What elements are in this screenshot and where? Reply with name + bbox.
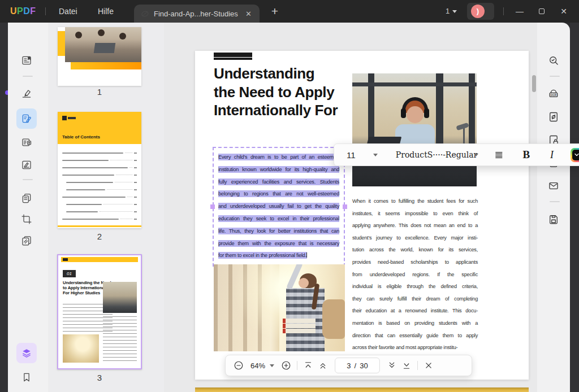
thumb2-toc-title: Table of Contents <box>62 134 100 140</box>
crop-button[interactable] <box>16 209 37 229</box>
toolbar-divider <box>23 179 33 180</box>
ocr-icon: OCR <box>548 88 559 99</box>
save-button[interactable] <box>543 209 564 229</box>
menu-hilfe[interactable]: Hilfe <box>98 0 114 23</box>
search-icon <box>548 55 559 66</box>
convert-icon <box>548 111 559 123</box>
form-button[interactable] <box>16 132 37 153</box>
save-floppy-icon <box>548 214 559 225</box>
search-button[interactable] <box>543 50 564 71</box>
selected-text-line: institution known worldwide for its high… <box>218 164 339 176</box>
font-name-dropdown-icon[interactable] <box>474 154 478 156</box>
font-size-dropdown-icon[interactable] <box>373 154 378 156</box>
selected-text-line: belonging to regions that are not well-e… <box>218 188 339 201</box>
bold-button[interactable]: B <box>522 149 530 161</box>
zoom-dropdown-icon[interactable] <box>270 364 274 367</box>
thumbnail-page-3-selected[interactable]: 01 Understanding the Need to Apply Inter… <box>57 254 142 369</box>
font-size-value[interactable]: 11 <box>347 150 360 160</box>
tab-close-icon[interactable]: ✕ <box>243 8 254 19</box>
selection-handle-right[interactable] <box>343 204 347 209</box>
pages-icon <box>21 193 32 204</box>
layers-icon <box>21 347 32 359</box>
reader-mode-button[interactable] <box>16 50 37 71</box>
thumbnail-panel: 1 Table of Contents 2 01 Understanding t… <box>48 23 164 392</box>
updf-logo: UPDF <box>10 0 36 23</box>
attachment-button[interactable] <box>16 390 37 392</box>
tab-title: Find-and-Ap...her-Studies <box>154 10 243 18</box>
bookmark-button[interactable] <box>16 367 37 387</box>
sidebar-divider <box>550 76 560 77</box>
selected-text-line: for them to excel in the professional fi… <box>218 250 339 262</box>
close-pagination-button[interactable] <box>421 358 436 373</box>
body-text-right-column: When it comes to fulfilling the student … <box>352 195 478 354</box>
organize-pages-button[interactable] <box>16 188 37 208</box>
photo-girl-at-bookshelf[interactable] <box>214 264 345 351</box>
main-document-area: Text Bild Link Understanding the Need to… <box>164 23 537 392</box>
thumb3-yellow-bar <box>61 257 138 262</box>
ocr-button[interactable]: OCR <box>543 84 564 104</box>
toolbar-divider <box>23 76 33 77</box>
pdf-page[interactable]: Understanding the Need to Apply Internat… <box>195 51 529 380</box>
selected-text-line: education they seek to excel in their pr… <box>218 213 339 225</box>
next-page-top-edge <box>195 387 529 392</box>
thumb3-text-right <box>103 316 137 364</box>
annotate-button[interactable] <box>16 83 37 103</box>
signature-icon <box>21 159 32 171</box>
new-tab-button[interactable]: + <box>266 2 284 20</box>
account-button[interactable]: ) <box>467 3 494 20</box>
titlebar-divider <box>45 7 46 15</box>
watermark-button[interactable] <box>16 230 37 251</box>
highlighter-icon <box>21 88 32 99</box>
align-justify-button[interactable] <box>494 150 504 160</box>
window-left-edge <box>0 23 8 392</box>
thumbnail-page-1[interactable] <box>58 27 141 86</box>
font-name-value[interactable]: ProductS····-Regular <box>396 150 469 159</box>
titlebar-divider <box>503 7 504 15</box>
mail-icon <box>548 180 559 191</box>
edit-pdf-button[interactable] <box>16 108 37 129</box>
selection-handle-left[interactable] <box>210 204 215 209</box>
notification-count[interactable]: 1 <box>446 0 457 23</box>
convert-button[interactable] <box>543 107 564 127</box>
bookmark-icon <box>21 372 32 383</box>
feedback-button[interactable] <box>543 387 564 392</box>
previous-page-button[interactable] <box>316 358 330 373</box>
photo-man-at-desk[interactable] <box>352 73 477 186</box>
vertical-scrollbar[interactable] <box>532 75 536 92</box>
menu-datei[interactable]: Datei <box>59 0 77 23</box>
last-page-button[interactable] <box>399 358 414 373</box>
text-format-toolbar: 11 ProductS····-Regular B I <box>334 143 579 166</box>
edit-pen-icon <box>21 113 32 124</box>
mail-button[interactable] <box>543 176 564 196</box>
form-icon <box>21 137 32 148</box>
thumbnail-page-2[interactable]: Table of Contents <box>58 112 141 228</box>
minimize-button[interactable]: — <box>509 0 530 23</box>
avatar: ) <box>471 5 485 18</box>
zoom-level-value[interactable]: 64% <box>250 361 265 370</box>
first-page-button[interactable] <box>301 358 316 373</box>
selected-text-line: fully experienced facilities and service… <box>218 176 339 189</box>
maximize-icon <box>539 8 545 14</box>
font-color-picker[interactable] <box>571 148 579 162</box>
selected-text-line: Every child's dream is to be part of an … <box>218 151 339 164</box>
crop-icon <box>21 214 32 225</box>
italic-button[interactable]: I <box>550 149 554 161</box>
zoom-in-button[interactable] <box>279 358 293 373</box>
window-right-edge <box>570 23 579 392</box>
selected-text-line: and underdeveloped usually fail to get t… <box>218 201 339 213</box>
document-tab[interactable]: Find-and-Ap...her-Studies ✕ <box>134 5 260 23</box>
watermark-pages-icon <box>21 235 32 246</box>
close-window-button[interactable]: ✕ <box>553 0 574 23</box>
left-toolbar <box>8 23 48 392</box>
sign-button[interactable] <box>16 155 37 175</box>
thumb2-toc-entries <box>62 149 137 223</box>
next-page-button[interactable] <box>384 358 399 373</box>
zoom-out-button[interactable] <box>231 358 246 373</box>
page-number-input[interactable]: 3/30 <box>335 358 380 373</box>
maximize-button[interactable] <box>531 0 552 23</box>
layers-button[interactable] <box>16 343 37 363</box>
selected-text-line: life. Thus, they look for better institu… <box>218 225 339 238</box>
chevron-down-icon <box>573 151 579 158</box>
selected-text-block[interactable]: Every child's dream is to be part of an … <box>213 147 345 267</box>
svg-text:OCR: OCR <box>551 94 557 97</box>
